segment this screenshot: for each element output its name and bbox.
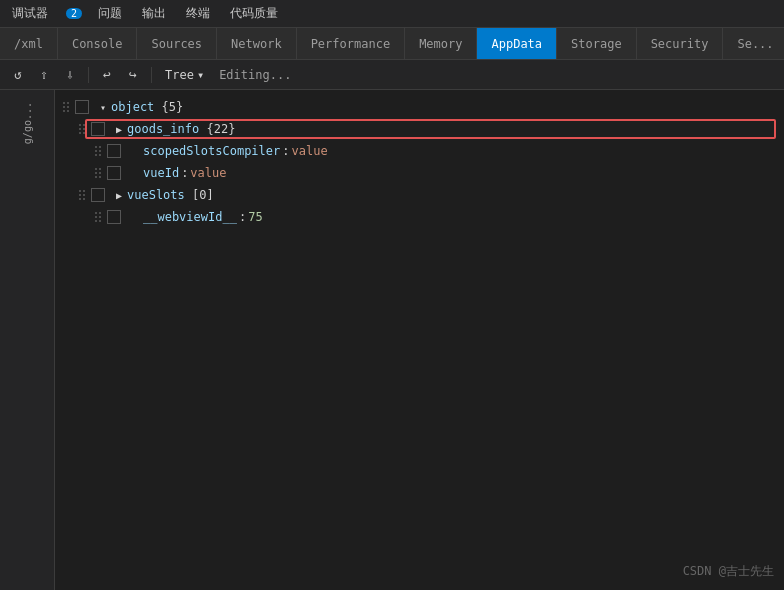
checkbox-4[interactable] bbox=[107, 166, 121, 180]
top-toolbar: 调试器 2 问题 输出 终端 代码质量 bbox=[0, 0, 784, 28]
toolbar-output[interactable]: 输出 bbox=[138, 3, 170, 24]
toolbar-issues[interactable]: 问题 bbox=[94, 3, 126, 24]
goods-count: {22} bbox=[206, 122, 235, 136]
tree-node-root[interactable]: ▾ object {5} bbox=[55, 96, 784, 118]
drag-handle-5 bbox=[79, 190, 85, 200]
secondary-toolbar: ↺ ⇧ ⇩ ↩ ↪ Tree ▾ Editing... bbox=[0, 60, 784, 90]
brace-space bbox=[199, 122, 206, 136]
colon-3: : bbox=[239, 210, 246, 224]
dropdown-arrow-icon: ▾ bbox=[197, 68, 204, 82]
expand-arrow-icon[interactable]: ▾ bbox=[95, 99, 111, 115]
checkbox-5[interactable] bbox=[91, 188, 105, 202]
key-vueid: vueId bbox=[143, 166, 179, 180]
toolbar-debugger[interactable]: 调试器 bbox=[8, 3, 52, 24]
tree-panel[interactable]: ▾ object {5} ▶ goods_info {22} bbox=[55, 90, 784, 590]
tab-storage[interactable]: Storage bbox=[557, 28, 637, 59]
toolbar-codequality[interactable]: 代码质量 bbox=[226, 3, 282, 24]
editing-label: Editing... bbox=[219, 68, 291, 82]
tree-node-vueslots[interactable]: ▶ vueSlots [0] bbox=[55, 184, 784, 206]
object-count: {5} bbox=[162, 100, 184, 114]
separator-1 bbox=[88, 67, 89, 83]
drag-handle-6 bbox=[95, 212, 101, 222]
tab-console[interactable]: Console bbox=[58, 28, 138, 59]
left-sidebar: g/go... bbox=[0, 90, 55, 590]
tab-bar: /xml Console Sources Network Performance… bbox=[0, 28, 784, 60]
tree-node-goods-info[interactable]: ▶ goods_info {22} bbox=[55, 118, 784, 140]
tab-network[interactable]: Network bbox=[217, 28, 297, 59]
slots-count: [0] bbox=[192, 188, 214, 202]
tab-se[interactable]: Se... bbox=[723, 28, 784, 59]
key-vueslots: vueSlots bbox=[127, 188, 185, 202]
drag-handle-3 bbox=[95, 146, 101, 156]
separator-2 bbox=[151, 67, 152, 83]
brace-open bbox=[154, 100, 161, 114]
drag-handle-2 bbox=[79, 124, 85, 134]
checkbox-6[interactable] bbox=[107, 210, 121, 224]
tree-node-vueid[interactable]: vueId : value bbox=[55, 162, 784, 184]
tab-appdata[interactable]: AppData bbox=[477, 28, 557, 59]
key-webviewid: __webviewId__ bbox=[143, 210, 237, 224]
value-vueid: value bbox=[190, 166, 226, 180]
key-object: object bbox=[111, 100, 154, 114]
tab-memory[interactable]: Memory bbox=[405, 28, 477, 59]
expand-arrow-slots-icon[interactable]: ▶ bbox=[111, 187, 127, 203]
tree-node-webviewid[interactable]: __webviewId__ : 75 bbox=[55, 206, 784, 228]
tree-node-scoped-slots[interactable]: scopedSlotsCompiler : value bbox=[55, 140, 784, 162]
tab-xml[interactable]: /xml bbox=[0, 28, 58, 59]
tree-dropdown[interactable]: Tree ▾ bbox=[160, 66, 209, 84]
tab-security[interactable]: Security bbox=[637, 28, 724, 59]
colon-1: : bbox=[282, 144, 289, 158]
checkbox[interactable] bbox=[75, 100, 89, 114]
value-scoped-slots: value bbox=[292, 144, 328, 158]
undo-button[interactable]: ↩ bbox=[97, 65, 117, 85]
key-scoped-slots: scopedSlotsCompiler bbox=[143, 144, 280, 158]
main-content: g/go... ▾ object {5} ▶ bbox=[0, 90, 784, 590]
redo-button[interactable]: ↪ bbox=[123, 65, 143, 85]
drag-handle-4 bbox=[95, 168, 101, 178]
expand-arrow-goods-icon[interactable]: ▶ bbox=[111, 121, 127, 137]
brace-space-2 bbox=[185, 188, 192, 202]
tab-sources[interactable]: Sources bbox=[137, 28, 217, 59]
watermark: CSDN @吉士先生 bbox=[683, 563, 774, 580]
key-goods-info: goods_info bbox=[127, 122, 199, 136]
refresh-button[interactable]: ↺ bbox=[8, 65, 28, 85]
up-button[interactable]: ⇧ bbox=[34, 65, 54, 85]
checkbox-2[interactable] bbox=[91, 122, 105, 136]
down-button[interactable]: ⇩ bbox=[60, 65, 80, 85]
tree-label: Tree bbox=[165, 68, 194, 82]
checkbox-3[interactable] bbox=[107, 144, 121, 158]
value-webviewid: 75 bbox=[248, 210, 262, 224]
toolbar-badge: 2 bbox=[66, 8, 82, 19]
drag-handle bbox=[63, 102, 69, 112]
toolbar-terminal[interactable]: 终端 bbox=[182, 3, 214, 24]
colon-2: : bbox=[181, 166, 188, 180]
tab-performance[interactable]: Performance bbox=[297, 28, 405, 59]
sidebar-path-label: g/go... bbox=[20, 98, 35, 148]
